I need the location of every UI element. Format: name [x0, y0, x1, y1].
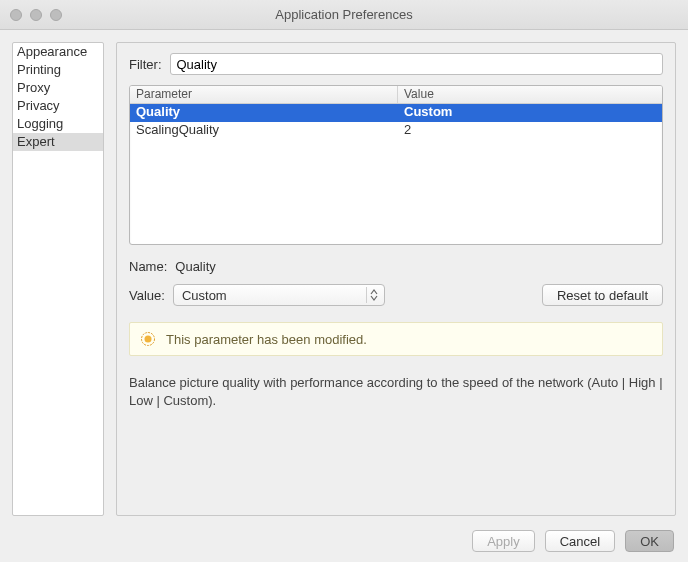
reset-button[interactable]: Reset to default: [542, 284, 663, 306]
sidebar-item-expert[interactable]: Expert: [13, 133, 103, 151]
titlebar: Application Preferences: [0, 0, 688, 30]
table-row[interactable]: ScalingQuality 2: [130, 122, 662, 140]
cell-value: Custom: [398, 104, 662, 122]
main-panel: Filter: Parameter Value Quality Custom S…: [116, 42, 676, 516]
cancel-button[interactable]: Cancel: [545, 530, 615, 552]
name-value: Quality: [175, 259, 215, 274]
value-select[interactable]: Custom: [173, 284, 385, 306]
column-header-parameter[interactable]: Parameter: [130, 86, 398, 103]
cell-parameter: ScalingQuality: [130, 122, 398, 140]
info-icon: [140, 331, 156, 347]
window-controls: [0, 9, 62, 21]
zoom-icon[interactable]: [50, 9, 62, 21]
updown-icon: [366, 287, 382, 303]
sidebar-item-logging[interactable]: Logging: [13, 115, 103, 133]
cell-value: 2: [398, 122, 662, 140]
window-title: Application Preferences: [0, 7, 688, 22]
svg-point-1: [145, 336, 152, 343]
filter-input[interactable]: [170, 53, 664, 75]
notice-text: This parameter has been modified.: [166, 332, 367, 347]
value-label: Value:: [129, 288, 165, 303]
parameter-table: Parameter Value Quality Custom ScalingQu…: [129, 85, 663, 245]
table-row[interactable]: Quality Custom: [130, 104, 662, 122]
sidebar-item-appearance[interactable]: Appearance: [13, 43, 103, 61]
value-select-text: Custom: [182, 288, 227, 303]
filter-row: Filter:: [129, 53, 663, 75]
column-header-value[interactable]: Value: [398, 86, 662, 103]
cell-parameter: Quality: [130, 104, 398, 122]
sidebar-item-privacy[interactable]: Privacy: [13, 97, 103, 115]
modified-notice: This parameter has been modified.: [129, 322, 663, 356]
name-row: Name: Quality: [129, 259, 663, 274]
sidebar-item-printing[interactable]: Printing: [13, 61, 103, 79]
close-icon[interactable]: [10, 9, 22, 21]
parameter-description: Balance picture quality with performance…: [129, 374, 663, 410]
minimize-icon[interactable]: [30, 9, 42, 21]
sidebar-item-proxy[interactable]: Proxy: [13, 79, 103, 97]
dialog-footer: Apply Cancel OK: [472, 530, 674, 552]
sidebar: Appearance Printing Proxy Privacy Loggin…: [12, 42, 104, 516]
ok-button[interactable]: OK: [625, 530, 674, 552]
value-row: Value: Custom Reset to default: [129, 284, 663, 306]
apply-button[interactable]: Apply: [472, 530, 535, 552]
table-header: Parameter Value: [130, 86, 662, 104]
name-label: Name:: [129, 259, 167, 274]
filter-label: Filter:: [129, 57, 162, 72]
